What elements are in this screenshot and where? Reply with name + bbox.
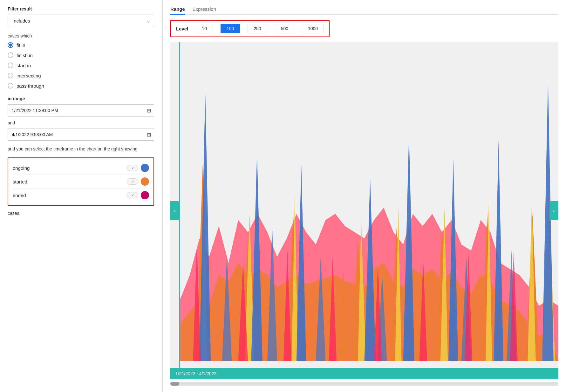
filter-select[interactable]: Includes: [8, 15, 154, 27]
description-text: and you can select the timeframe in the …: [8, 146, 154, 152]
toggle-right-ended: ✓: [127, 191, 149, 199]
radio-item-pass-through[interactable]: pass through: [8, 83, 154, 89]
chart-container: › ‹: [170, 42, 558, 379]
radio-label-intersecting: intersecting: [17, 73, 41, 78]
end-date-wrapper: ⊞: [8, 129, 154, 141]
level-btn-10[interactable]: 10: [196, 24, 213, 33]
radio-circle-finish-in: [8, 52, 13, 58]
toggle-check-started[interactable]: ✓: [127, 178, 138, 185]
chart-nav-right[interactable]: ‹: [549, 201, 558, 220]
toggle-right-ongoing: ✓: [127, 164, 149, 172]
green-line: [179, 42, 180, 368]
tabs-row: Range Expression: [170, 6, 558, 15]
toggle-box: ongoing ✓ started ✓ ended ✓: [8, 157, 154, 206]
start-date-wrapper: ⊞: [8, 104, 154, 116]
level-bar: Level 10 100 250 500 1000: [170, 20, 330, 37]
radio-item-finish-in[interactable]: finish in: [8, 52, 154, 58]
radio-circle-fit-in: [8, 42, 13, 48]
right-panel: Range Expression Level 10 100 250 500 10…: [163, 0, 566, 392]
toggle-dot-started: [141, 177, 149, 186]
toggle-dot-ended: [141, 191, 149, 199]
filter-select-wrapper: Includes ⌄: [8, 15, 154, 27]
filter-result-label: Filter result: [8, 6, 154, 11]
level-btn-500[interactable]: 500: [275, 24, 294, 33]
scrollbar-thumb[interactable]: [170, 382, 179, 386]
radio-item-start-in[interactable]: start in: [8, 63, 154, 68]
level-label: Level: [176, 26, 188, 31]
radio-circle-intersecting: [8, 73, 13, 78]
cases-which-label: cases which: [8, 33, 154, 38]
radio-circle-start-in: [8, 63, 13, 68]
radio-item-intersecting[interactable]: intersecting: [8, 73, 154, 78]
level-btn-1000[interactable]: 1000: [302, 24, 324, 33]
in-range-label: in range: [8, 96, 154, 101]
toggle-check-ongoing[interactable]: ✓: [127, 165, 138, 171]
start-date-input[interactable]: [8, 104, 154, 116]
toggle-check-ended[interactable]: ✓: [127, 192, 138, 198]
chart-nav-left[interactable]: ›: [170, 201, 179, 220]
radio-label-start-in: start in: [17, 63, 31, 68]
radio-group: fit in finish in start in intersecting p…: [8, 42, 154, 89]
toggle-row-ended: ended ✓: [13, 188, 149, 202]
toggle-row-started: started ✓: [13, 175, 149, 188]
radio-circle-pass-through: [8, 83, 13, 89]
toggle-row-ongoing: ongoing ✓: [13, 161, 149, 175]
level-btn-100[interactable]: 100: [221, 24, 240, 33]
tab-range[interactable]: Range: [170, 6, 185, 15]
chart-date-bar: 1/21/2022 - 4/1/2022: [170, 368, 558, 379]
end-date-input[interactable]: [8, 129, 154, 141]
toggle-dot-ongoing: [141, 164, 149, 172]
left-panel: Filter result Includes ⌄ cases which fit…: [0, 0, 162, 392]
radio-item-fit-in[interactable]: fit in: [8, 42, 154, 48]
and-label: and: [8, 120, 154, 125]
level-btn-250[interactable]: 250: [248, 24, 267, 33]
scrollbar-track[interactable]: [170, 382, 558, 386]
toggle-label-ongoing: ongoing: [13, 165, 30, 171]
tab-expression[interactable]: Expression: [193, 6, 216, 15]
radio-label-finish-in: finish in: [17, 53, 33, 58]
toggle-right-started: ✓: [127, 177, 149, 186]
radio-label-pass-through: pass through: [17, 83, 44, 89]
toggle-label-started: started: [13, 179, 27, 184]
radio-label-fit-in: fit in: [17, 43, 25, 48]
cases-label: cases.: [8, 211, 154, 216]
chart-date-range-label: 1/21/2022 - 4/1/2022: [175, 371, 216, 376]
chart-svg: [170, 42, 558, 379]
toggle-label-ended: ended: [13, 193, 26, 198]
